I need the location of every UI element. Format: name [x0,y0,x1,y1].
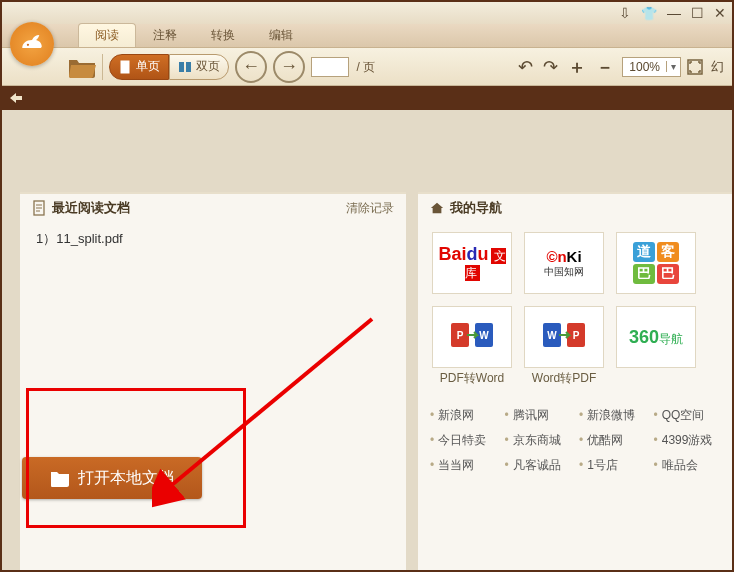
nav-tile-baidu[interactable]: Baidu文库 [432,232,512,294]
open-folder-icon[interactable] [68,56,96,78]
minimize-icon[interactable]: — [667,5,681,21]
svg-text:W: W [547,330,557,341]
nav-link[interactable]: 当当网 [430,453,505,478]
zoom-controls: ↶ ↷ ＋ － 100% ▾ 幻 [516,55,726,79]
nav-tiles: Baidu文库 ©nKi中国知网 道客 巴巴 PW PDF转Word [418,222,734,397]
recent-panel: 最近阅读文档 清除记录 1）11_split.pdf [20,192,406,572]
nav-forward-button[interactable]: → [273,51,305,83]
zoom-select[interactable]: 100% ▾ [622,57,681,77]
skin-icon[interactable]: 👕 [641,6,657,21]
nav-title: 我的导航 [450,199,502,217]
nav-tile-cnki[interactable]: ©nKi中国知网 [524,232,604,294]
nav-link[interactable]: 4399游戏 [654,428,729,453]
nav-tile-360[interactable]: 360导航 [616,306,696,368]
home-icon [430,200,444,216]
folder-icon [50,469,70,487]
nav-label: Word转PDF [532,370,596,387]
nav-link[interactable]: 唯品会 [654,453,729,478]
nav-links: 新浪网 腾讯网 新浪微博 QQ空间 今日特卖 京东商城 优酷网 4399游戏 当… [418,397,734,484]
slideshow-icon[interactable]: 幻 [709,58,726,76]
svg-rect-2 [179,62,184,72]
maximize-icon[interactable]: ☐ [691,5,704,21]
app-logo[interactable] [10,22,54,66]
nav-link[interactable]: 新浪网 [430,403,505,428]
dropdown-icon[interactable]: ⇩ [619,5,631,21]
nav-link[interactable]: 1号店 [579,453,654,478]
svg-text:W: W [479,330,489,341]
nav-link[interactable]: 新浪微博 [579,403,654,428]
nav-link[interactable]: 京东商城 [505,428,580,453]
nav-tile-word2pdf[interactable]: WP [524,306,604,368]
nav-link[interactable]: 优酷网 [579,428,654,453]
double-page-icon [178,60,192,74]
svg-text:P: P [573,330,580,341]
window-controls: ⇩ 👕 — ☐ ✕ [2,2,732,24]
nav-link[interactable]: 腾讯网 [505,403,580,428]
fullscreen-icon[interactable] [687,59,703,75]
svg-rect-1 [121,61,129,73]
zoom-in-icon[interactable]: ＋ [566,55,588,79]
toolbar: 单页 双页 ← → / 页 ↶ ↷ ＋ － 100% ▾ 幻 [2,48,732,86]
nav-link[interactable]: 凡客诚品 [505,453,580,478]
single-page-button[interactable]: 单页 [109,54,169,80]
double-page-button[interactable]: 双页 [169,54,229,80]
open-local-button[interactable]: 打开本地文档 [22,457,202,499]
doc-icon [32,200,46,216]
nav-back-button[interactable]: ← [235,51,267,83]
clear-history-button[interactable]: 清除记录 [346,200,394,217]
redo-icon[interactable]: ↷ [541,56,560,78]
nav-link[interactable]: 今日特卖 [430,428,505,453]
chevron-down-icon[interactable]: ▾ [666,61,680,72]
page-mode-group: 单页 双页 [109,54,229,80]
close-icon[interactable]: ✕ [714,5,726,21]
page-number-group: / 页 [311,57,375,77]
svg-rect-3 [186,62,191,72]
recent-item[interactable]: 1）11_split.pdf [36,230,390,248]
zoom-out-icon[interactable]: － [594,55,616,79]
nav-tile-pdf2word[interactable]: PW [432,306,512,368]
nav-panel: 我的导航 Baidu文库 ©nKi中国知网 道客 巴巴 [418,192,734,572]
recent-list: 1）11_split.pdf [20,222,406,256]
tab-convert[interactable]: 转换 [194,23,252,47]
sub-toolbar [2,86,732,110]
nav-label: PDF转Word [440,370,504,387]
undo-icon[interactable]: ↶ [516,56,535,78]
svg-point-0 [27,44,29,46]
main-canvas: 最近阅读文档 清除记录 1）11_split.pdf 我的导航 Baidu文库 … [2,110,732,570]
nav-link[interactable]: QQ空间 [654,403,729,428]
tab-read[interactable]: 阅读 [78,23,136,47]
svg-text:P: P [457,330,464,341]
page-label: / 页 [356,60,375,74]
back-arrow-icon[interactable] [8,91,24,105]
tab-edit[interactable]: 编辑 [252,23,310,47]
main-tabs: 阅读 注释 转换 编辑 [2,24,732,48]
page-number-input[interactable] [311,57,349,77]
recent-title: 最近阅读文档 [52,199,130,217]
tab-annotate[interactable]: 注释 [136,23,194,47]
single-page-icon [118,60,132,74]
zoom-value: 100% [623,60,666,74]
nav-tile-doc88[interactable]: 道客 巴巴 [616,232,696,294]
